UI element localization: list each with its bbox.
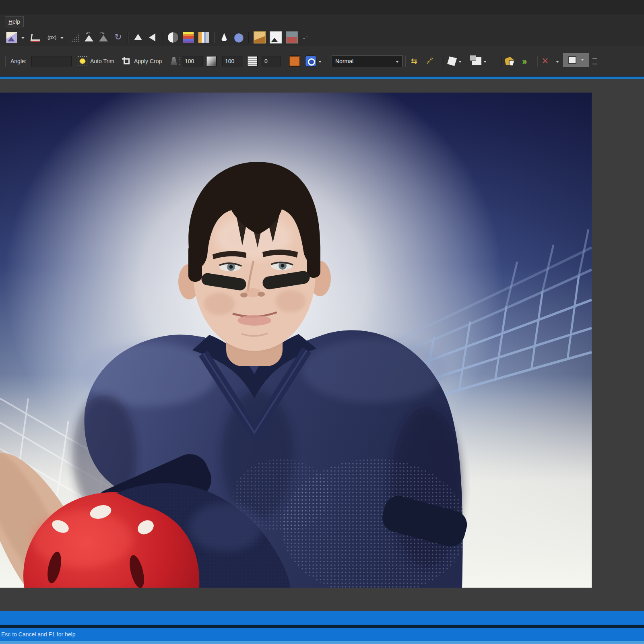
titlebar <box>0 0 644 14</box>
dither-icon[interactable] <box>69 32 80 43</box>
angle-input[interactable] <box>31 56 72 66</box>
apply-button[interactable] <box>563 53 589 67</box>
flip-horizontal-icon[interactable] <box>147 32 158 43</box>
cancel-caret[interactable] <box>556 61 559 64</box>
options-separator <box>537 56 538 67</box>
status-progress-bar <box>0 611 644 625</box>
link-colors-icon[interactable]: 🔗︎ <box>426 56 437 66</box>
status-message: Esc to Cancel and F1 for help <box>1 631 75 638</box>
blend-mode-select[interactable]: Normal <box>332 55 402 67</box>
shape-swatch-caret[interactable] <box>318 61 322 64</box>
apply-crop-label[interactable]: Apply Crop <box>134 58 162 64</box>
rotate-left-icon[interactable] <box>84 32 94 43</box>
options-separator <box>502 56 502 67</box>
flip-vertical-icon[interactable] <box>133 32 143 43</box>
photo-fix-red-icon[interactable] <box>286 31 298 43</box>
value-c-field[interactable]: 0 <box>262 56 281 66</box>
swap-colors-icon[interactable]: ⇆ <box>411 56 421 66</box>
rotate-right-icon[interactable] <box>98 32 109 43</box>
options-drag-handle <box>179 56 181 66</box>
blend-mode-caret <box>396 61 399 64</box>
texture-grid-icon[interactable] <box>247 56 258 66</box>
photo-editor-window: Help (px) ↻ ⬤︎ ⌄= Angle: <box>0 0 644 644</box>
auto-trim-icon[interactable] <box>78 56 87 66</box>
open-image-dropdown-caret[interactable] <box>21 37 25 41</box>
status-divider <box>0 625 644 628</box>
tool-options-bar: Angle: Auto Trim Apply Crop 100 100 0 No… <box>0 46 644 76</box>
options-separator <box>444 56 444 67</box>
px-units-label[interactable]: (px) <box>47 32 56 43</box>
deform-caret[interactable] <box>458 61 462 64</box>
open-image-icon[interactable] <box>6 32 17 43</box>
photo-fix-mono-icon[interactable] <box>270 31 282 43</box>
status-edge-strip <box>0 641 644 644</box>
deform-icon[interactable] <box>447 56 457 66</box>
edit-selection-icon[interactable] <box>505 57 514 66</box>
cancel-icon[interactable]: ✕ <box>541 56 552 66</box>
straighten-tool-icon[interactable] <box>30 32 41 43</box>
value-a-field[interactable]: 100 <box>182 56 203 66</box>
opacity-gradient-icon[interactable] <box>206 56 217 66</box>
main-toolbar: (px) ↻ ⬤︎ ⌄= <box>0 29 644 46</box>
auto-trim-label[interactable]: Auto Trim <box>90 58 114 64</box>
express-lab-icon[interactable]: » <box>522 56 533 66</box>
toolbar-separator <box>214 32 215 43</box>
presets-caret[interactable] <box>483 61 487 64</box>
color-gradient-icon[interactable] <box>183 32 194 43</box>
sharpen-icon[interactable] <box>219 32 229 43</box>
photo-fix-warm-icon[interactable] <box>254 31 266 43</box>
toolbar-separator <box>128 32 128 43</box>
apply-crop-icon[interactable] <box>122 57 131 66</box>
color-swatch[interactable] <box>289 56 300 67</box>
image-canvas[interactable] <box>0 93 592 588</box>
menu-help[interactable]: Help <box>5 16 24 27</box>
presets-icon[interactable] <box>472 57 481 65</box>
apply-caret <box>581 59 584 62</box>
options-separator <box>405 56 406 67</box>
options-left-separator <box>2 53 8 69</box>
shape-swatch[interactable] <box>305 56 316 67</box>
color-bars-icon[interactable] <box>198 32 209 43</box>
px-units-dropdown-caret[interactable] <box>60 37 64 41</box>
free-rotate-icon[interactable]: ↻ <box>113 32 123 43</box>
football-player-photo <box>0 93 592 588</box>
sprayer-icon[interactable] <box>171 57 177 65</box>
menubar: Help <box>0 14 644 29</box>
value-b-field[interactable]: 100 <box>222 56 243 66</box>
soften-icon[interactable]: ⬤︎ <box>233 32 244 43</box>
angle-label: Angle: <box>10 58 27 64</box>
status-message-bar: Esc to Cancel and F1 for help <box>0 628 644 641</box>
toolbar-separator <box>162 32 163 43</box>
apply-icon <box>568 56 576 64</box>
toolbar-overflow-icon[interactable]: ⌄= <box>302 32 308 43</box>
contrast-icon[interactable] <box>167 32 179 43</box>
options-overflow-icon[interactable] <box>592 58 597 64</box>
blend-mode-value: Normal <box>335 58 353 64</box>
toolbar-separator <box>248 32 249 43</box>
